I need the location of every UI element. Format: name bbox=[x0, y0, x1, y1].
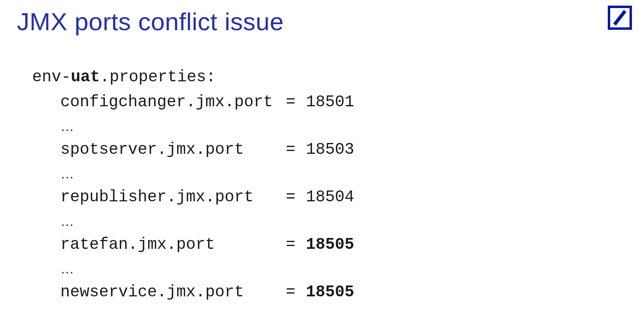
property-line: spotserver.jmx.port=18503 bbox=[32, 142, 354, 158]
property-key: configchanger.jmx.port bbox=[60, 94, 286, 110]
equals-sign: = bbox=[286, 284, 306, 300]
ellipsis: … bbox=[32, 119, 354, 133]
file-env: uat bbox=[71, 68, 100, 86]
property-value: 18501 bbox=[306, 94, 354, 110]
equals-sign: = bbox=[286, 237, 306, 253]
property-value: 18505 bbox=[306, 284, 354, 300]
file-suffix: .properties: bbox=[100, 68, 216, 86]
ellipsis: … bbox=[32, 262, 354, 275]
property-value: 18504 bbox=[306, 189, 354, 205]
property-line: newservice.jmx.port=18505 bbox=[32, 284, 354, 300]
property-line: ratefan.jmx.port=18505 bbox=[32, 237, 354, 253]
db-logo-icon bbox=[608, 6, 632, 30]
property-key: republisher.jmx.port bbox=[60, 189, 286, 205]
file-prefix: env- bbox=[32, 68, 71, 86]
property-line: republisher.jmx.port=18504 bbox=[32, 189, 354, 205]
property-value: 18505 bbox=[306, 237, 354, 253]
property-key: ratefan.jmx.port bbox=[60, 237, 286, 253]
equals-sign: = bbox=[286, 142, 306, 158]
equals-sign: = bbox=[286, 189, 306, 205]
property-key: newservice.jmx.port bbox=[60, 284, 286, 300]
property-line: configchanger.jmx.port=18501 bbox=[32, 94, 354, 110]
ellipsis: … bbox=[32, 167, 354, 180]
file-name: env-uat.properties: bbox=[32, 69, 354, 85]
ellipsis: … bbox=[32, 214, 354, 228]
equals-sign: = bbox=[286, 94, 306, 110]
property-key: spotserver.jmx.port bbox=[60, 142, 286, 158]
slide-title: JMX ports conflict issue bbox=[17, 7, 284, 36]
svg-line-1 bbox=[615, 11, 625, 25]
property-value: 18503 bbox=[306, 142, 354, 158]
properties-block: env-uat.properties: configchanger.jmx.po… bbox=[32, 69, 354, 309]
